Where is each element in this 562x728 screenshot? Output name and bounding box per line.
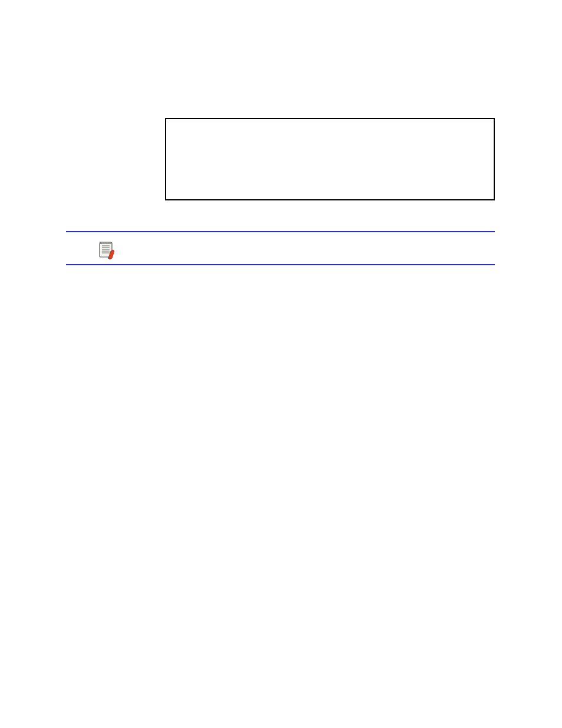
divider-bottom	[66, 264, 495, 265]
content-box	[165, 118, 495, 200]
divider-top	[66, 231, 495, 232]
note-icon	[98, 241, 117, 259]
